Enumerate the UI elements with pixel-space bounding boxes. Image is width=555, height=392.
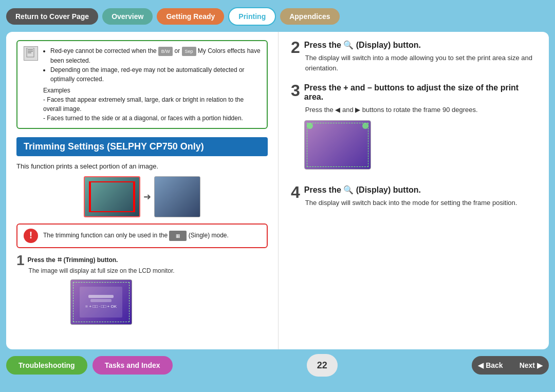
step1-sym: ⌗ (58, 255, 62, 264)
troubleshooting-button[interactable]: Troubleshooting (6, 356, 87, 375)
trimming-images: ➜ (16, 176, 268, 217)
warning-text-content: Red-eye cannot be corrected when the B/W… (43, 46, 261, 123)
back-arrow-icon: ◀ (478, 361, 484, 369)
step4-title2: (Display) button. (356, 185, 421, 194)
warning-circle-icon: ! (24, 229, 38, 243)
step4-number: 4 (291, 183, 300, 202)
step4-title: Press the 🔍 (Display) button. (304, 185, 517, 195)
trim-image-2 (154, 176, 200, 217)
step4-content: Press the 🔍 (Display) button. The displa… (304, 185, 517, 208)
example-2: Faces turned to the side or at a diagona… (47, 115, 243, 122)
warning-line2: Depending on the image, red-eye may not … (50, 66, 245, 83)
red-warning-box: ! The trimming function can only be used… (16, 223, 268, 248)
right-panel: 2 Press the 🔍 (Display) button. The disp… (279, 32, 549, 349)
trim-image-1 (84, 176, 140, 217)
next-arrow-icon: ▶ (537, 361, 543, 369)
step2-title2: (Display) button. (356, 41, 421, 49)
step2-title: Press the 🔍 (Display) button. (304, 40, 536, 50)
appendices-button[interactable]: Appendices (280, 8, 339, 25)
warning-line1: Red-eye cannot be corrected when the (50, 47, 157, 54)
section-description: This function prints a select portion of… (16, 162, 268, 170)
step3-print-image (304, 120, 371, 170)
step1-title: Press the ⌗ (Trimming) button. (28, 255, 175, 264)
main-content-area: Red-eye cannot be corrected when the B/W… (6, 32, 549, 349)
return-to-cover-button[interactable]: Return to Cover Page (6, 8, 98, 25)
step2-desc: The display will switch into a mode allo… (305, 53, 536, 73)
svg-rect-3 (28, 52, 31, 53)
red-warning-single: (Single) mode. (189, 232, 229, 239)
sepia-icon: Sep (182, 47, 196, 56)
next-button[interactable]: Next ▶ (511, 356, 549, 375)
red-warning-text: The trimming function can only be used i… (43, 231, 229, 241)
red-warning-text-1: The trimming function can only be used i… (43, 232, 168, 239)
example-1: Faces that appear extremely small, large… (43, 96, 244, 113)
step-1: 1 Press the ⌗ (Trimming) button. The ima… (16, 255, 268, 329)
top-navigation: Return to Cover Page Overview Getting Re… (0, 0, 555, 32)
step2-content: Press the 🔍 (Display) button. The displa… (304, 40, 536, 73)
lcd-screen-image: ⌗ + □□ · □□ + OK (70, 279, 132, 325)
bw-icon: B/W (158, 47, 173, 56)
step1-press: Press the (28, 256, 55, 264)
examples-label: Examples (43, 86, 261, 95)
back-label: Back (486, 361, 503, 369)
step-3: 3 Press the + and – buttons to adjust th… (291, 83, 536, 175)
step2-press: Press the (304, 41, 341, 49)
step-2: 2 Press the 🔍 (Display) button. The disp… (291, 40, 536, 73)
step3-title: Press the + and – buttons to adjust the … (304, 83, 536, 102)
trimming-section-heading: Trimming Settings (SELPHY CP750 Only) (16, 137, 268, 156)
step3-content: Press the + and – buttons to adjust the … (304, 83, 536, 175)
next-label: Next (520, 361, 535, 369)
step2-mag-icon: 🔍 (343, 41, 354, 49)
step-4: 4 Press the 🔍 (Display) button. The disp… (291, 185, 536, 208)
step1-content: Press the ⌗ (Trimming) button. The image… (28, 255, 175, 329)
back-button[interactable]: ◀ Back (472, 356, 511, 375)
bottom-navigation: Troubleshooting Tasks and Index 22 ◀ Bac… (0, 349, 555, 381)
step3-desc: Press the ◀ and ▶ buttons to rotate the … (305, 105, 536, 115)
printing-button[interactable]: Printing (228, 7, 276, 26)
tasks-index-button[interactable]: Tasks and Index (92, 356, 173, 375)
document-icon (24, 46, 38, 61)
trim-arrow: ➜ (142, 176, 152, 217)
back-next-controls: ◀ Back Next ▶ (472, 356, 549, 375)
step1-desc: The image will display at full size on t… (29, 266, 175, 275)
step4-press: Press the (304, 185, 341, 194)
svg-rect-2 (28, 51, 33, 52)
single-icon: ▦ (169, 231, 187, 241)
step2-number: 2 (291, 38, 300, 57)
warning-or: or (174, 47, 181, 54)
left-panel: Red-eye cannot be corrected when the B/W… (6, 32, 279, 349)
step1-title2: (Trimming) button. (63, 256, 118, 264)
step4-desc: The display will switch back into the mo… (305, 198, 517, 208)
step3-number: 3 (291, 81, 300, 100)
step4-mag-icon: 🔍 (343, 185, 354, 194)
getting-ready-button[interactable]: Getting Ready (157, 8, 224, 25)
page-number: 22 (307, 354, 338, 377)
overview-button[interactable]: Overview (102, 8, 153, 25)
green-warning-box: Red-eye cannot be corrected when the B/W… (16, 40, 268, 129)
step1-number: 1 (16, 253, 25, 268)
svg-rect-1 (28, 49, 33, 50)
